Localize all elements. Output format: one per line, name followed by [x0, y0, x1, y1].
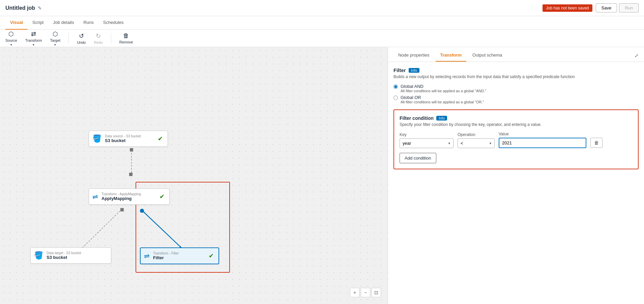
value-input[interactable]	[499, 138, 586, 148]
condition-fields: Key year month day id name	[400, 132, 633, 148]
conn-dot-apply-bottom	[120, 208, 124, 211]
value-field-group: Value	[499, 132, 586, 148]
filter-node[interactable]: ⇌ Transform - Filter Filter ✔	[140, 247, 219, 264]
global-or-label: Global OR	[401, 95, 484, 100]
edit-icon[interactable]: ✎	[38, 5, 42, 11]
main-area: 🪣 Data source - S3 bucket S3 bucket ✔ ⇌ …	[0, 47, 644, 304]
global-and-desc: All filter conditions will be applied as…	[401, 89, 486, 93]
transform-icon: ⇄	[31, 30, 36, 38]
filter-description: Builds a new output by selecting records…	[393, 74, 639, 79]
conn-dot-s3-bottom	[130, 148, 133, 151]
toolbar-separator-1	[68, 33, 69, 44]
fit-view-button[interactable]: ⊡	[372, 288, 381, 297]
canvas-controls: + − ⊡	[350, 288, 381, 297]
conn-dot-apply-blue	[140, 209, 144, 213]
s3-target-icon: 🪣	[34, 251, 43, 260]
operation-select[interactable]: < > = <= >= !=	[458, 138, 495, 148]
add-condition-button[interactable]: Add condition	[400, 153, 436, 163]
panel-tabs: Node properties Transform Output schema …	[388, 47, 644, 62]
save-button[interactable]: Save	[596, 3, 617, 12]
key-select-wrapper: year month day id name	[400, 138, 453, 148]
condition-title: Filter condition	[400, 115, 434, 121]
global-and-radio[interactable]	[393, 85, 398, 89]
transform-dropdown-arrow: ▾	[33, 43, 34, 46]
global-and-label: Global AND	[401, 84, 486, 89]
radio-group: Global AND All filter conditions will be…	[393, 84, 639, 104]
panel-tab-transform[interactable]: Transform	[436, 53, 467, 62]
filter-title: Filter	[393, 67, 406, 73]
tab-runs[interactable]: Runs	[79, 16, 98, 30]
delete-condition-button[interactable]: 🗑	[590, 138, 603, 148]
top-bar: Untitled job ✎ Job has not been saved Sa…	[0, 0, 644, 16]
condition-title-row: Filter condition Info	[400, 115, 633, 121]
tab-schedules[interactable]: Schedules	[98, 16, 128, 30]
key-field-group: Key year month day id name	[400, 132, 453, 148]
toolbar: ⬡ Source ▾ ⇄ Transform ▾ ⬡ Target ▾ ↺ Un…	[0, 30, 644, 47]
operation-select-wrapper: < > = <= >= !=	[458, 138, 495, 148]
canvas[interactable]: 🪣 Data source - S3 bucket S3 bucket ✔ ⇌ …	[0, 47, 388, 304]
global-and-option[interactable]: Global AND All filter conditions will be…	[393, 84, 639, 93]
redo-button[interactable]: ↻ Redo	[94, 32, 103, 44]
remove-button[interactable]: 🗑 Remove	[119, 32, 133, 44]
s3-source-icon: 🪣	[92, 134, 101, 143]
target-dropdown-arrow: ▾	[54, 43, 56, 46]
zoom-out-button[interactable]: −	[361, 288, 370, 297]
apply-mapping-node[interactable]: ⇌ Transform - ApplyMapping ApplyMapping …	[89, 189, 170, 205]
source-button[interactable]: ⬡ Source ▾	[5, 30, 17, 46]
key-select[interactable]: year month day id name	[400, 138, 453, 148]
global-or-radio[interactable]	[393, 96, 398, 100]
apply-mapping-check-icon: ✔	[159, 193, 165, 200]
undo-button[interactable]: ↺ Undo	[77, 32, 86, 44]
filter-check-icon: ✔	[209, 252, 214, 260]
conn-dot-apply-top	[129, 173, 133, 176]
source-icon: ⬡	[8, 30, 14, 38]
target-icon: ⬡	[53, 30, 58, 38]
operation-label: Operation	[458, 132, 495, 137]
run-button[interactable]: Run	[619, 3, 639, 12]
transform-button[interactable]: ⇄ Transform ▾	[25, 30, 42, 46]
job-title: Untitled job	[5, 5, 35, 11]
filter-condition-box: Filter condition Info Specify your filte…	[393, 109, 639, 169]
key-label: Key	[400, 132, 453, 137]
tab-script[interactable]: Script	[28, 16, 48, 30]
redo-icon: ↻	[96, 32, 101, 40]
source-dropdown-arrow: ▾	[10, 43, 12, 46]
svg-line-1	[81, 209, 122, 249]
filter-info-badge[interactable]: Info	[409, 68, 419, 73]
condition-info-badge[interactable]: Info	[436, 116, 447, 121]
toolbar-separator-2	[111, 33, 111, 44]
value-label: Value	[499, 132, 586, 136]
svg-line-2	[142, 210, 182, 248]
apply-mapping-icon: ⇌	[92, 193, 98, 201]
remove-icon: 🗑	[123, 32, 129, 39]
undo-icon: ↺	[79, 32, 84, 40]
target-button[interactable]: ⬡ Target ▾	[50, 30, 61, 46]
tab-job-details[interactable]: Job details	[48, 16, 79, 30]
s3-target-node[interactable]: 🪣 Data target - S3 bucket S3 bucket	[30, 247, 111, 264]
connections-svg	[0, 47, 388, 304]
main-tabs: Visual Script Job details Runs Schedules	[0, 16, 644, 30]
filter-icon: ⇌	[144, 252, 150, 260]
panel-tab-output-schema[interactable]: Output schema	[468, 53, 507, 62]
right-panel: Node properties Transform Output schema …	[388, 47, 644, 304]
panel-expand-button[interactable]: ⤢	[635, 53, 639, 62]
s3-source-node[interactable]: 🪣 Data source - S3 bucket S3 bucket ✔	[89, 131, 168, 147]
zoom-in-button[interactable]: +	[350, 288, 359, 297]
global-or-option[interactable]: Global OR All filter conditions will be …	[393, 95, 639, 104]
not-saved-badge: Job has not been saved	[543, 4, 592, 12]
tab-visual[interactable]: Visual	[5, 16, 28, 30]
filter-title-row: Filter Info	[393, 67, 639, 73]
condition-desc: Specify your filter condition by choosin…	[400, 122, 633, 127]
panel-tab-node-properties[interactable]: Node properties	[393, 53, 434, 62]
global-or-desc: All filter conditions will be applied as…	[401, 100, 484, 104]
operation-field-group: Operation < > = <= >= !=	[458, 132, 495, 148]
panel-content: Filter Info Builds a new output by selec…	[388, 62, 644, 180]
s3-source-check-icon: ✔	[158, 135, 163, 142]
